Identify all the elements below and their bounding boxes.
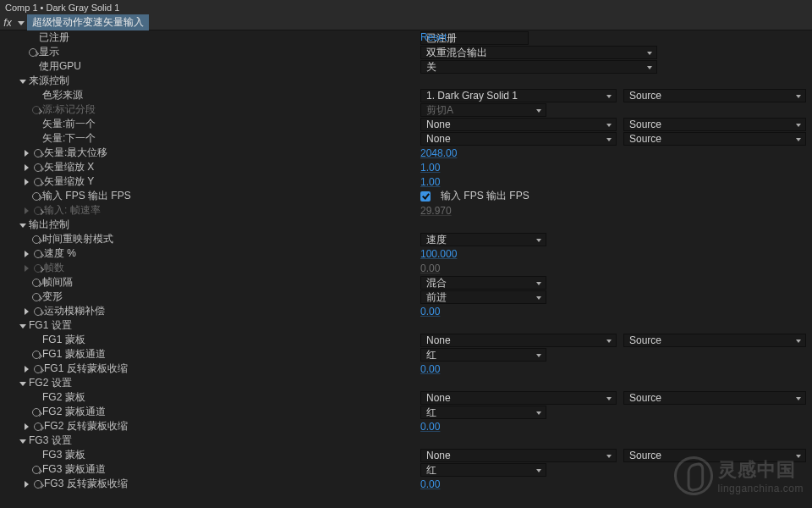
label: 源:标记分段	[42, 102, 96, 117]
stopwatch-icon[interactable]	[32, 262, 44, 274]
stopwatch-icon[interactable]	[32, 248, 44, 260]
value-scrubber[interactable]: 0.00	[420, 421, 440, 433]
value-scrubber[interactable]: 100.000	[420, 248, 457, 260]
fps-checkbox[interactable]	[420, 191, 431, 202]
remap-select[interactable]: 速度	[420, 233, 546, 246]
stopwatch-icon[interactable]	[30, 234, 42, 246]
label: FG2 设置	[29, 376, 72, 390]
interval-select[interactable]: 混合	[420, 276, 546, 290]
label: FG3 设置	[29, 433, 72, 448]
prop-registered: 已注册 已注册	[0, 30, 812, 45]
label: 运动模糊补偿	[44, 304, 105, 318]
warp-select[interactable]: 前进	[420, 290, 546, 304]
prop-scale-x: 矢量缩放 X 1.00	[0, 160, 812, 174]
channel-select[interactable]: 红	[420, 406, 546, 419]
layer-select[interactable]: None	[420, 449, 617, 462]
stopwatch-icon[interactable]	[32, 162, 44, 174]
mode-select[interactable]: Source	[623, 449, 806, 462]
prop-scale-y: 矢量缩放 Y 1.00	[0, 174, 812, 189]
disclosure-icon[interactable]	[25, 423, 29, 430]
stopwatch-icon[interactable]	[30, 291, 42, 303]
stopwatch-icon[interactable]	[30, 104, 42, 116]
prop-mark-segment: 源:标记分段 剪切A	[0, 102, 812, 117]
mode-select[interactable]: Source	[623, 89, 806, 102]
display-select[interactable]: 双重混合输出	[420, 46, 657, 59]
mode-select[interactable]: Source	[623, 132, 806, 146]
channel-select[interactable]: 红	[420, 463, 546, 477]
mode-select[interactable]: Source	[623, 334, 806, 347]
group-fg1[interactable]: FG1 设置	[0, 318, 812, 333]
prop-fg1-channel: FG1 蒙板通道 红	[0, 347, 812, 362]
checkbox-label: 输入 FPS 输出 FPS	[441, 189, 529, 203]
prop-fps-io: 输入 FPS 输出 FPS 输入 FPS 输出 FPS	[0, 189, 812, 203]
prop-fg2-mask: FG2 蒙板 NoneSource	[0, 390, 812, 405]
mode-select[interactable]: Source	[623, 118, 806, 131]
group-source-control[interactable]: 来源控制	[0, 74, 812, 88]
group-fg3[interactable]: FG3 设置	[0, 433, 812, 448]
disclosure-icon[interactable]	[19, 224, 26, 228]
stopwatch-icon[interactable]	[30, 190, 42, 202]
stopwatch-icon[interactable]	[32, 176, 44, 188]
disclosure-icon[interactable]	[19, 439, 26, 444]
disclosure-icon[interactable]	[25, 164, 29, 171]
label: 帧数	[44, 261, 64, 275]
value-scrubber[interactable]: 1.00	[420, 162, 440, 174]
label: 变形	[42, 290, 63, 304]
label: FG1 反转蒙板收缩	[44, 362, 128, 376]
stopwatch-icon[interactable]	[32, 421, 44, 433]
disclosure-icon[interactable]	[19, 382, 26, 386]
layer-select[interactable]: None	[420, 118, 617, 131]
stopwatch-icon[interactable]	[32, 205, 44, 217]
prop-display: 显示 双重混合输出	[0, 45, 812, 59]
layer-select[interactable]: None	[420, 334, 617, 347]
value-scrubber[interactable]: 2048.00	[420, 147, 457, 159]
value-scrubber[interactable]: 0.00	[420, 478, 440, 490]
label: FG2 反转蒙板收缩	[44, 419, 128, 433]
label: 矢量缩放 X	[44, 160, 94, 174]
disclosure-icon[interactable]	[25, 265, 29, 272]
stopwatch-icon[interactable]	[32, 306, 44, 318]
effect-name: 超级慢动作变速矢量输入	[27, 14, 149, 30]
prop-vector-next: 矢量:下一个 NoneSource	[0, 131, 812, 146]
prop-vector-prev: 矢量:前一个 NoneSource	[0, 117, 812, 131]
value-scrubber[interactable]: 0.00	[420, 363, 440, 375]
prop-fg3-channel: FG3 蒙板通道 红	[0, 462, 812, 477]
value-scrubber[interactable]: 0.00	[420, 306, 440, 318]
stopwatch-icon[interactable]	[30, 349, 42, 361]
stopwatch-icon[interactable]	[30, 464, 42, 476]
stopwatch-icon[interactable]	[32, 363, 44, 375]
layer-select[interactable]: 1. Dark Gray Solid 1	[420, 89, 617, 102]
disclosure-icon[interactable]	[25, 308, 29, 315]
stopwatch-icon[interactable]	[30, 406, 42, 418]
channel-select[interactable]: 红	[420, 348, 546, 362]
group-output-control[interactable]: 输出控制	[0, 218, 812, 232]
disclosure-icon[interactable]	[25, 251, 29, 257]
label: 色彩来源	[42, 88, 83, 102]
disclosure-icon[interactable]	[15, 17, 27, 29]
stopwatch-icon[interactable]	[27, 47, 39, 58]
layer-select[interactable]: None	[420, 391, 617, 405]
label: FG3 蒙板	[42, 448, 85, 462]
label: 显示	[39, 45, 59, 59]
mode-select[interactable]: Source	[623, 391, 806, 405]
disclosure-icon[interactable]	[25, 481, 29, 488]
label: FG2 蒙板	[42, 390, 85, 405]
group-fg2[interactable]: FG2 设置	[0, 376, 812, 390]
gpu-select[interactable]: 关	[420, 60, 657, 74]
prop-frame-interval: 帧间隔 混合	[0, 275, 812, 290]
value-scrubber[interactable]: 1.00	[420, 176, 440, 188]
disclosure-icon[interactable]	[25, 179, 29, 185]
reset-link[interactable]: Reset	[420, 31, 447, 43]
disclosure-icon[interactable]	[19, 324, 26, 329]
stopwatch-icon[interactable]	[32, 478, 44, 490]
layer-select[interactable]: None	[420, 132, 617, 146]
value-scrubber: 0.00	[420, 262, 440, 274]
disclosure-icon[interactable]	[19, 80, 26, 84]
disclosure-icon[interactable]	[25, 207, 29, 214]
label: 帧间隔	[42, 275, 73, 290]
disclosure-icon[interactable]	[25, 150, 29, 157]
stopwatch-icon[interactable]	[32, 147, 44, 159]
stopwatch-icon[interactable]	[30, 277, 42, 289]
effect-header[interactable]: fx 超级慢动作变速矢量输入	[0, 15, 812, 30]
disclosure-icon[interactable]	[25, 366, 29, 373]
